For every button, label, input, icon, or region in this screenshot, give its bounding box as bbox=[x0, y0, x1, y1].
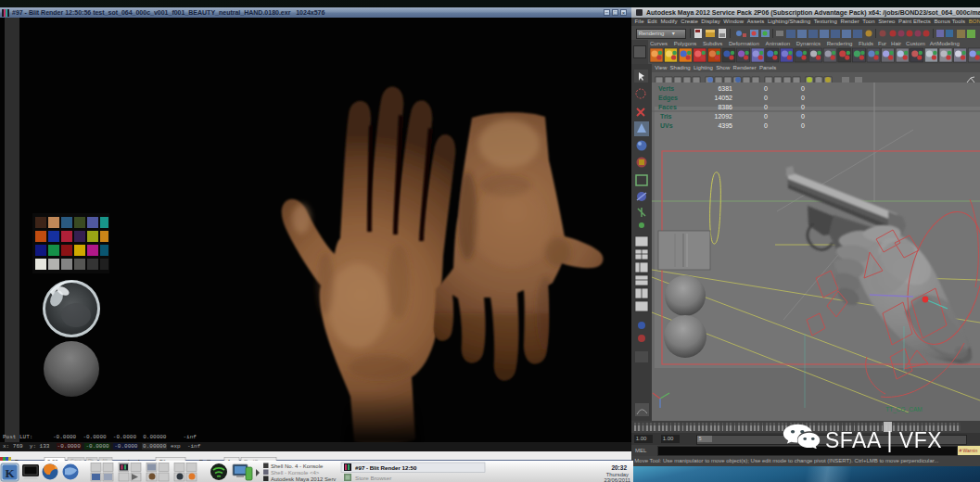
svg-text:0: 0 bbox=[764, 95, 768, 101]
svg-text:0: 0 bbox=[801, 122, 805, 129]
svg-text:#97 - Blit Render 12:50: #97 - Blit Render 12:50 bbox=[355, 464, 417, 471]
svg-text:TT_CG_CAM: TT_CG_CAM bbox=[885, 406, 922, 413]
svg-text:0: 0 bbox=[801, 104, 805, 110]
svg-text:0: 0 bbox=[764, 104, 768, 110]
svg-text:4395: 4395 bbox=[718, 122, 732, 129]
svg-text:Edges: Edges bbox=[658, 95, 678, 102]
svg-text:23/06/2011: 23/06/2011 bbox=[604, 477, 630, 482]
svg-text:Store Browser: Store Browser bbox=[355, 475, 391, 481]
svg-text:0: 0 bbox=[764, 122, 768, 129]
svg-text:14052: 14052 bbox=[715, 95, 733, 101]
svg-text:6381: 6381 bbox=[718, 85, 732, 92]
svg-text:Verts: Verts bbox=[658, 85, 674, 92]
svg-text:Autodesk Maya 2012 Serv: Autodesk Maya 2012 Serv bbox=[271, 476, 336, 482]
svg-text:20:32: 20:32 bbox=[611, 464, 627, 471]
svg-text:UVs: UVs bbox=[660, 122, 673, 129]
svg-text:0: 0 bbox=[764, 113, 768, 120]
svg-text:0: 0 bbox=[801, 85, 805, 92]
svg-text:K: K bbox=[5, 466, 15, 480]
svg-text:Tris: Tris bbox=[660, 113, 672, 120]
svg-text:8386: 8386 bbox=[718, 104, 732, 110]
svg-text:Shell - Konsole <4>: Shell - Konsole <4> bbox=[271, 470, 320, 476]
svg-text:0: 0 bbox=[801, 113, 805, 120]
svg-text:0: 0 bbox=[801, 95, 805, 101]
svg-text:SFAA | VFX: SFAA | VFX bbox=[825, 428, 942, 452]
svg-text:12092: 12092 bbox=[715, 113, 733, 120]
svg-text:Thursday: Thursday bbox=[606, 472, 629, 477]
svg-text:Shell No. 4 - Konsole: Shell No. 4 - Konsole bbox=[271, 463, 324, 469]
svg-text:Faces: Faces bbox=[658, 104, 677, 110]
svg-text:0: 0 bbox=[764, 85, 768, 92]
